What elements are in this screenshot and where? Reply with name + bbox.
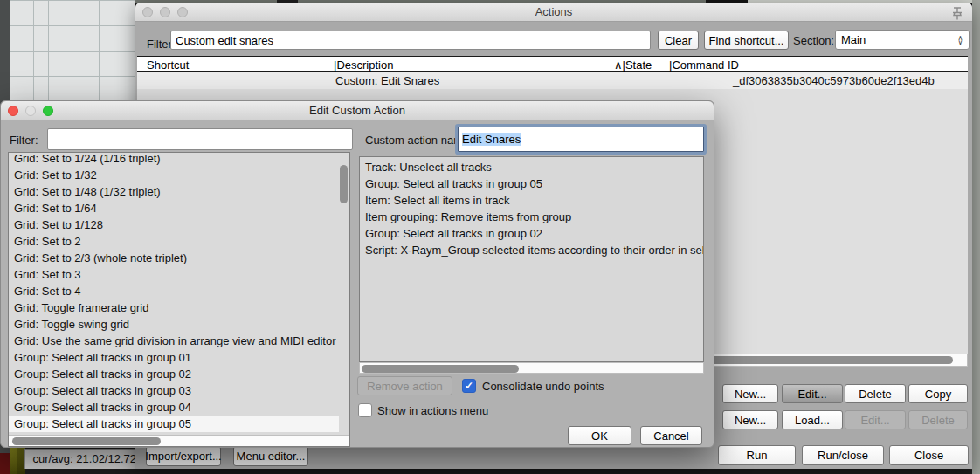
menu-editor-button[interactable]: Menu editor... <box>233 446 308 466</box>
list-item[interactable]: Grid: Toggle swing grid <box>9 316 339 333</box>
list-item[interactable]: Track: Unselect all tracks <box>360 159 703 175</box>
run-button[interactable]: Run <box>718 445 796 465</box>
list-item[interactable]: Grid: Set to 1/128 <box>9 216 339 233</box>
custom-action-name-input[interactable]: Edit Snares <box>458 127 704 152</box>
column-state[interactable]: ∧|State <box>614 58 652 72</box>
action-sequence-items: Track: Unselect all tracksGroup: Select … <box>360 159 703 258</box>
pin-icon[interactable] <box>950 6 964 21</box>
find-shortcut-button[interactable]: Find shortcut... <box>704 31 789 50</box>
list-item[interactable]: Item: Select all items in track <box>360 192 703 209</box>
scrollbar-thumb[interactable] <box>12 437 161 445</box>
right-edge-panel <box>972 0 980 474</box>
horizontal-scrollbar[interactable] <box>9 435 349 446</box>
close-button[interactable] <box>142 7 153 17</box>
run-close-button[interactable]: Run/close <box>802 445 884 465</box>
zoom-button[interactable] <box>177 7 188 17</box>
close-button[interactable] <box>8 106 18 116</box>
list-item[interactable]: Group: Select all tracks in group 02 <box>9 366 339 382</box>
action-pool-items: Grid: Set to 1/24 (1/16 triplet)Grid: Se… <box>9 152 339 432</box>
clear-button[interactable]: Clear <box>658 31 699 50</box>
import-export-button[interactable]: Import/export... <box>146 446 221 466</box>
copy-action-button[interactable]: Copy <box>908 384 968 403</box>
dialog-title: Edit Custom Action <box>1 101 714 120</box>
new-action-button[interactable]: New... <box>722 384 778 403</box>
list-item[interactable]: Group: Select all tracks in group 03 <box>9 382 339 399</box>
remove-action-button: Remove action <box>357 376 452 395</box>
list-item[interactable]: Grid: Set to 2 <box>9 233 339 250</box>
edit-custom-action-dialog: Edit Custom Action Filter: Custom action… <box>0 100 714 448</box>
list-item[interactable]: Grid: Set to 1/32 <box>9 167 339 183</box>
list-item[interactable]: Grid: Set to 2/3 (whole note triplet) <box>9 250 339 266</box>
delete-action-button[interactable]: Delete <box>845 384 906 403</box>
meter-bar <box>10 448 17 474</box>
delete-shortcut-button: Delete <box>908 410 968 429</box>
dialog-titlebar[interactable]: Edit Custom Action <box>1 101 714 120</box>
performance-meter: cur/avg: 21.02/12.72 <box>24 449 138 469</box>
action-row[interactable]: Custom: Edit Snares _df3063835b3040c5973… <box>137 72 968 89</box>
edit-shortcut-button: Edit... <box>845 410 906 429</box>
zoom-button[interactable] <box>43 106 53 116</box>
vertical-scrollbar-thumb[interactable] <box>340 165 348 203</box>
column-command-id[interactable]: |Command ID <box>669 58 739 72</box>
section-dropdown[interactable]: Main ∧ ∨ <box>835 30 970 50</box>
traffic-lights <box>8 106 53 116</box>
filter-label: Filter <box>147 38 172 51</box>
column-description[interactable]: |Description <box>334 58 393 72</box>
filter-label: Filter: <box>10 134 38 147</box>
action-command-id: _df3063835b3040c5973b60de2f13ed4b <box>733 74 935 87</box>
minimize-button[interactable] <box>160 7 170 17</box>
list-item[interactable]: Grid: Set to 1/64 <box>9 200 339 216</box>
window-title: Actions <box>135 3 972 21</box>
ok-button[interactable]: OK <box>568 426 631 445</box>
action-pool-list[interactable]: Grid: Set to 1/24 (1/16 triplet)Grid: Se… <box>8 152 350 447</box>
consolidate-undo-label: Consolidate undo points <box>482 380 604 393</box>
table-header[interactable]: Shortcut |Description ∧|State |Command I… <box>137 56 968 72</box>
list-item[interactable]: Grid: Toggle framerate grid <box>9 299 339 316</box>
selected-text: Edit Snares <box>462 133 521 146</box>
list-item[interactable]: Grid: Use the same grid division in arra… <box>9 333 339 349</box>
new-shortcut-button[interactable]: New... <box>722 410 778 429</box>
edit-action-button[interactable]: Edit... <box>782 384 843 403</box>
meter-clip-indicator <box>0 453 10 474</box>
horizontal-scrollbar[interactable] <box>359 362 704 374</box>
check-icon: ✓ <box>465 381 473 391</box>
list-item[interactable]: Group: Select all tracks in group 05 <box>9 416 339 432</box>
column-shortcut[interactable]: Shortcut <box>147 58 189 72</box>
list-item[interactable]: Grid: Set to 4 <box>9 283 339 299</box>
list-item[interactable]: Group: Select all tracks in group 01 <box>9 349 339 366</box>
filter-input[interactable] <box>47 128 353 150</box>
traffic-lights <box>142 7 188 17</box>
filter-input[interactable] <box>170 31 651 50</box>
screen: cur/avg: 21.02/12.72 Actions Filter Clea… <box>0 0 980 474</box>
minimize-button <box>25 106 36 116</box>
show-in-actions-menu-checkbox[interactable]: ✓ <box>358 403 372 417</box>
list-item[interactable]: Grid: Set to 3 <box>9 266 339 283</box>
stepper-icon: ∧ ∨ <box>955 36 969 45</box>
list-item[interactable]: Group: Select all tracks in group 05 <box>360 175 703 192</box>
list-item[interactable]: Group: Select all tracks in group 02 <box>360 225 703 242</box>
load-shortcut-button[interactable]: Load... <box>782 410 843 429</box>
list-item[interactable]: Item grouping: Remove items from group <box>360 209 703 225</box>
close-button[interactable]: Close <box>889 445 969 465</box>
list-item[interactable]: Script: X-Raym_Group selected items acco… <box>360 242 703 258</box>
cancel-button[interactable]: Cancel <box>640 426 702 445</box>
consolidate-undo-checkbox[interactable]: ✓ <box>462 379 476 393</box>
section-label: Section: <box>793 34 834 47</box>
action-description: Custom: Edit Snares <box>335 74 439 87</box>
action-sequence-list[interactable]: Track: Unselect all tracksGroup: Select … <box>359 156 704 362</box>
list-item[interactable]: Grid: Set to 1/24 (1/16 triplet) <box>9 152 339 167</box>
custom-action-name-label: Custom action name: <box>365 134 473 147</box>
list-item[interactable]: Group: Select all tracks in group 04 <box>9 399 339 416</box>
show-in-actions-menu-label: Show in actions menu <box>377 404 488 417</box>
chevron-down-icon: ∨ <box>958 40 963 45</box>
actions-titlebar[interactable]: Actions <box>135 3 972 22</box>
list-item[interactable]: Grid: Set to 1/48 (1/32 triplet) <box>9 183 339 200</box>
section-value: Main <box>836 33 955 46</box>
scrollbar-thumb[interactable] <box>362 365 519 373</box>
